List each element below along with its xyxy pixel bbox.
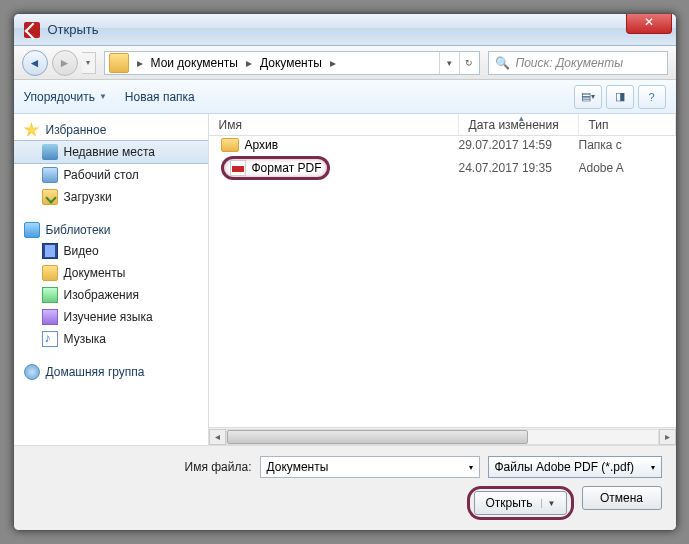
scroll-left-arrow[interactable]: ◂ [209, 429, 226, 445]
library-icon [24, 222, 40, 238]
toolbar: Упорядочить ▼ Новая папка ▤ ▾ ◨ ? [14, 80, 676, 114]
recent-icon [42, 144, 58, 160]
star-icon [24, 122, 40, 138]
breadcrumb-dropdown[interactable]: ▾ [439, 52, 459, 74]
breadcrumb-refresh[interactable]: ↻ [459, 52, 479, 74]
sidebar-item-recent[interactable]: Недавние места [14, 140, 208, 164]
highlight-marker: Формат PDF [221, 156, 331, 180]
sidebar-favorites-header[interactable]: Избранное [14, 120, 208, 140]
sidebar-item-language[interactable]: Изучение языка [14, 306, 208, 328]
sort-indicator-icon: ▴ [519, 113, 524, 123]
cancel-button[interactable]: Отмена [582, 486, 662, 510]
sidebar: Избранное Недавние места Рабочий стол За… [14, 114, 209, 445]
dialog-body: Избранное Недавние места Рабочий стол За… [14, 114, 676, 445]
chevron-down-icon: ▼ [541, 499, 556, 508]
help-button[interactable]: ? [638, 85, 666, 109]
column-type[interactable]: Тип [579, 114, 676, 135]
close-button[interactable]: ✕ [626, 14, 672, 34]
file-row[interactable]: Архив 29.07.2017 14:59 Папка с [209, 136, 676, 154]
filename-label: Имя файла: [185, 460, 252, 474]
breadcrumb-seg-2[interactable]: Документы [256, 52, 326, 74]
nav-history-dropdown[interactable]: ▾ [82, 52, 96, 74]
sidebar-item-music[interactable]: Музыка [14, 328, 208, 350]
scroll-right-arrow[interactable]: ▸ [659, 429, 676, 445]
column-name[interactable]: Имя [209, 114, 459, 135]
highlight-marker: Открыть ▼ [467, 486, 573, 520]
new-folder-button[interactable]: Новая папка [125, 90, 195, 104]
homegroup-icon [24, 364, 40, 380]
open-button[interactable]: Открыть ▼ [474, 491, 566, 515]
language-icon [42, 309, 58, 325]
desktop-icon [42, 167, 58, 183]
file-list: ▴ Имя Дата изменения Тип Архив 29.07.201… [209, 114, 676, 445]
chevron-down-icon: ▾ [469, 463, 473, 472]
titlebar: Открыть ✕ [14, 14, 676, 46]
sidebar-homegroup-header[interactable]: Домашняя группа [14, 362, 208, 382]
download-icon [42, 189, 58, 205]
sidebar-item-downloads[interactable]: Загрузки [14, 186, 208, 208]
organize-button[interactable]: Упорядочить ▼ [24, 90, 107, 104]
sidebar-item-desktop[interactable]: Рабочий стол [14, 164, 208, 186]
horizontal-scrollbar[interactable]: ◂ ▸ [209, 427, 676, 445]
file-rows: Архив 29.07.2017 14:59 Папка с Формат PD… [209, 136, 676, 427]
folder-icon [109, 53, 129, 73]
sidebar-item-documents[interactable]: Документы [14, 262, 208, 284]
open-dialog: Открыть ✕ ◄ ► ▾ ▸ Мои документы ▸ Докуме… [13, 13, 677, 531]
video-icon [42, 243, 58, 259]
filetype-select[interactable]: Файлы Adobe PDF (*.pdf) ▾ [488, 456, 662, 478]
sidebar-item-images[interactable]: Изображения [14, 284, 208, 306]
filename-input[interactable]: Документы ▾ [260, 456, 480, 478]
nav-forward-button[interactable]: ► [52, 50, 78, 76]
images-icon [42, 287, 58, 303]
nav-back-button[interactable]: ◄ [22, 50, 48, 76]
search-input[interactable]: 🔍 Поиск: Документы [488, 51, 668, 75]
chevron-down-icon: ▼ [99, 92, 107, 101]
documents-icon [42, 265, 58, 281]
music-icon [42, 331, 58, 347]
dialog-footer: Имя файла: Документы ▾ Файлы Adobe PDF (… [14, 445, 676, 530]
pdf-icon [230, 160, 246, 176]
column-headers: Имя Дата изменения Тип [209, 114, 676, 136]
chevron-down-icon: ▾ [651, 463, 655, 472]
search-placeholder: Поиск: Документы [516, 56, 624, 70]
scroll-thumb[interactable] [227, 430, 529, 444]
sidebar-item-video[interactable]: Видео [14, 240, 208, 262]
folder-icon [221, 138, 239, 152]
view-options-button[interactable]: ▤ ▾ [574, 85, 602, 109]
preview-pane-button[interactable]: ◨ [606, 85, 634, 109]
sidebar-libraries-header[interactable]: Библиотеки [14, 220, 208, 240]
breadcrumb[interactable]: ▸ Мои документы ▸ Документы ▸ ▾ ↻ [104, 51, 480, 75]
window-title: Открыть [48, 22, 99, 37]
file-row[interactable]: Формат PDF 24.07.2017 19:35 Adobe A [209, 154, 676, 182]
navbar: ◄ ► ▾ ▸ Мои документы ▸ Документы ▸ ▾ ↻ … [14, 46, 676, 80]
adobe-icon [24, 22, 40, 38]
search-icon: 🔍 [495, 56, 510, 70]
breadcrumb-seg-1[interactable]: Мои документы [147, 52, 242, 74]
